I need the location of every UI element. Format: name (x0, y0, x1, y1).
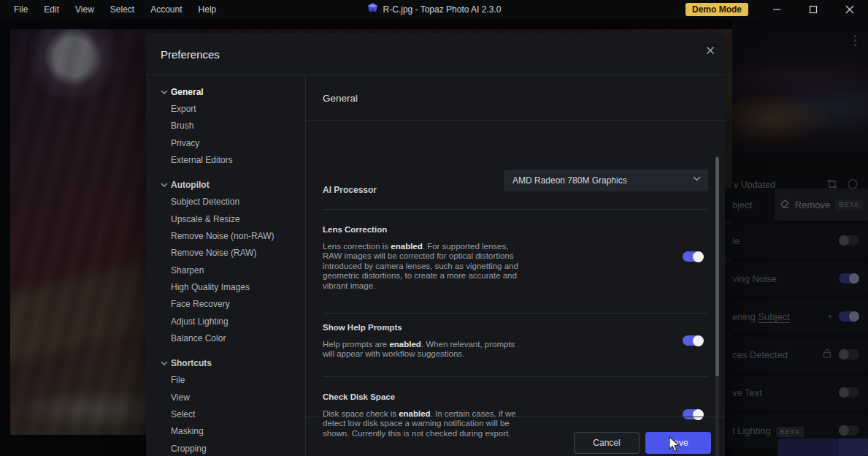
menu-bar: File Edit View Select Account Help (0, 0, 224, 19)
sidebar-item-shortcuts-masking[interactable]: Masking (146, 423, 305, 440)
preferences-sidebar: General Export Brush Privacy External Ed… (146, 75, 306, 456)
save-button[interactable]: Save (645, 432, 711, 454)
content-heading: General (323, 93, 358, 104)
chevron-down-icon (693, 176, 701, 181)
sidebar-item-external-editors[interactable]: External Editors (146, 151, 305, 168)
app-window: File Edit View Select Account Help R-C.j… (0, 0, 868, 456)
sidebar-group-shortcuts[interactable]: Shortcuts (146, 354, 305, 371)
sidebar-item-export[interactable]: Export (146, 100, 305, 117)
demo-mode-badge: Demo Mode (685, 3, 748, 16)
close-icon[interactable] (702, 42, 719, 59)
close-window-button[interactable] (831, 0, 868, 19)
sidebar-item-balance-color[interactable]: Balance Color (146, 330, 305, 346)
menu-help[interactable]: Help (191, 0, 225, 19)
disk-space-toggle[interactable] (683, 409, 703, 419)
topaz-logo-icon (367, 3, 378, 17)
sidebar-item-sharpen[interactable]: Sharpen (146, 262, 305, 278)
sidebar-item-remove-noise-nonraw[interactable]: Remove Noise (non-RAW) (146, 227, 305, 244)
dialog-header: Preferences (146, 33, 725, 75)
menu-account[interactable]: Account (142, 0, 190, 19)
chevron-down-icon (161, 183, 169, 187)
sidebar-item-shortcuts-select[interactable]: Select (146, 406, 305, 422)
sidebar-item-high-quality-images[interactable]: High Quality Images (146, 278, 305, 295)
title-bar: File Edit View Select Account Help R-C.j… (0, 0, 868, 19)
preferences-content: General AI Processor AMD Radeon 780M Gra… (306, 75, 725, 456)
ai-processor-dropdown[interactable]: AMD Radeon 780M Graphics (504, 170, 708, 191)
preferences-dialog: Preferences General Export Brush Privacy… (146, 33, 725, 456)
sidebar-group-general[interactable]: General (146, 83, 305, 100)
help-prompts-title: Show Help Prompts (323, 323, 402, 332)
sidebar-item-brush[interactable]: Brush (146, 118, 305, 134)
sidebar-item-privacy[interactable]: Privacy (146, 134, 305, 151)
minimize-button[interactable] (758, 0, 795, 19)
menu-select[interactable]: Select (102, 0, 142, 19)
chevron-down-icon (161, 90, 169, 94)
disk-space-desc: Disk space check is enabled. In certain … (323, 409, 524, 438)
window-title: R-C.jpg - Topaz Photo AI 2.3.0 (383, 4, 502, 15)
content-scrollbar[interactable] (715, 156, 719, 456)
menu-edit[interactable]: Edit (36, 0, 67, 19)
ai-processor-label: AI Processor (323, 185, 377, 195)
sidebar-item-subject-detection[interactable]: Subject Detection (146, 194, 305, 210)
lens-correction-toggle[interactable] (683, 251, 703, 262)
lens-correction-title: Lens Correction (323, 225, 387, 234)
sidebar-item-upscale-resize[interactable]: Upscale & Resize (146, 210, 305, 227)
sidebar-item-adjust-lighting[interactable]: Adjust Lighting (146, 313, 305, 330)
chevron-down-icon (161, 361, 169, 365)
lens-correction-desc: Lens correction is enabled. For supporte… (323, 242, 524, 291)
menu-file[interactable]: File (6, 0, 36, 19)
sidebar-group-autopilot[interactable]: Autopilot (146, 176, 305, 193)
sidebar-item-face-recovery[interactable]: Face Recovery (146, 296, 305, 313)
dialog-title: Preferences (161, 48, 220, 61)
help-prompts-desc: Help prompts are enabled. When relevant,… (323, 340, 524, 360)
sidebar-item-remove-noise-raw[interactable]: Remove Noise (RAW) (146, 245, 305, 262)
sidebar-item-shortcuts-cropping[interactable]: Cropping (146, 440, 305, 456)
sidebar-item-shortcuts-file[interactable]: File (146, 372, 305, 389)
cancel-button[interactable]: Cancel (574, 432, 640, 454)
help-prompts-toggle[interactable] (683, 335, 703, 346)
maximize-button[interactable] (795, 0, 831, 19)
disk-space-title: Check Disk Space (323, 392, 395, 401)
sidebar-item-shortcuts-view[interactable]: View (146, 389, 305, 406)
menu-view[interactable]: View (67, 0, 102, 19)
ai-processor-value: AMD Radeon 780M Graphics (512, 175, 627, 186)
